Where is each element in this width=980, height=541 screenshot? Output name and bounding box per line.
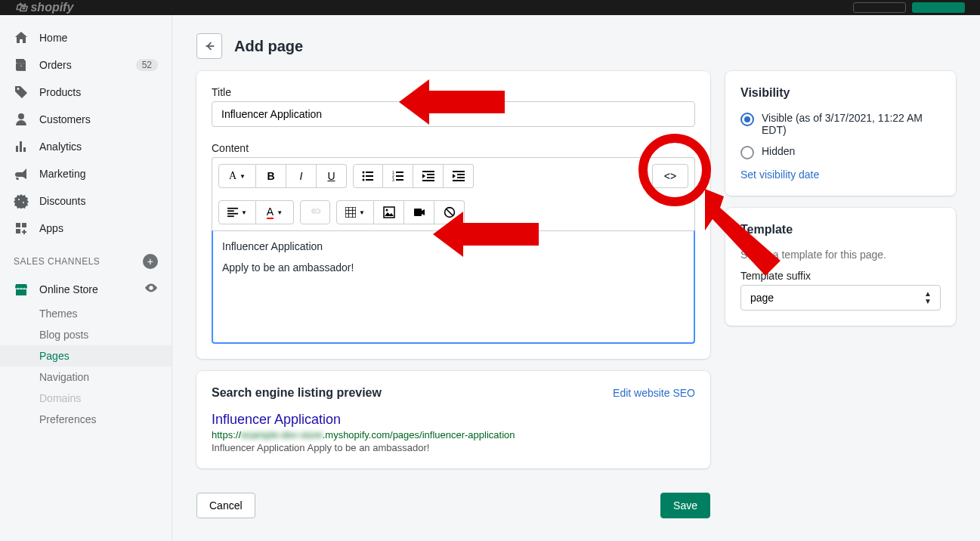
page-title: Add page [234,38,303,55]
video-button[interactable] [404,200,434,224]
svg-point-4 [363,179,365,181]
svg-rect-14 [427,177,434,178]
svg-rect-3 [366,175,373,177]
template-select[interactable]: page [740,285,941,311]
nav-navigation[interactable]: Navigation [0,366,172,388]
clear-format-button[interactable] [434,200,465,224]
edit-seo-link[interactable]: Edit website SEO [613,387,695,399]
analytics-icon [14,139,29,154]
nav-label: Customers [39,113,158,125]
visibility-hidden[interactable]: Hidden [740,145,941,159]
svg-rect-17 [457,174,465,175]
template-suffix-label: Template suffix [740,270,941,282]
svg-rect-21 [227,210,234,212]
page-editor-card: Title Content A▼ B I U 123 [196,71,710,359]
nav-marketing[interactable]: Marketing [0,160,172,187]
sidebar: Home Orders 52 Products Customers Analyt… [0,15,172,541]
svg-rect-15 [422,180,434,181]
nav-label: Home [39,32,158,44]
color-button[interactable]: A▼ [256,200,294,224]
svg-rect-13 [427,174,434,175]
svg-rect-20 [227,208,238,209]
nav-orders[interactable]: Orders 52 [0,51,172,79]
nav-label: Online Store [39,283,134,295]
svg-rect-1 [366,172,373,173]
megaphone-icon [14,166,29,181]
nav-preferences[interactable]: Preferences [0,409,172,430]
bold-button[interactable]: B [256,164,286,188]
content-line: Apply to be an ambassador! [222,261,685,274]
html-button[interactable]: <> [652,164,688,188]
apps-icon [14,221,29,236]
tag-icon [14,85,29,100]
nav-discounts[interactable]: Discounts [0,187,172,215]
content-editor[interactable]: Influencer Application Apply to be an am… [212,230,695,344]
back-button[interactable] [196,33,222,59]
nav-label: Apps [39,222,158,234]
sales-channels-section: SALES CHANNELS + [0,242,172,275]
title-input[interactable] [212,101,695,127]
svg-rect-24 [345,207,356,218]
template-card: Template Select a template for this page… [725,208,956,326]
align-button[interactable]: ▼ [218,200,256,224]
radio-icon [740,146,754,159]
radio-label: Hidden [762,145,795,157]
image-button[interactable] [374,200,404,224]
orders-icon [14,57,29,73]
svg-text:3: 3 [392,178,394,182]
visibility-visible[interactable]: Visible (as of 3/17/2021, 11:22 AM EDT) [740,112,941,136]
nav-themes[interactable]: Themes [0,303,172,324]
template-heading: Template [740,223,941,236]
set-visibility-date-link[interactable]: Set visibility date [740,168,819,181]
radio-icon [740,113,754,126]
svg-rect-7 [396,172,403,173]
nav-label: Products [39,86,158,98]
indent-button[interactable] [444,164,474,188]
nav-domains[interactable]: Domains [0,388,172,409]
nav-label: Marketing [39,168,158,180]
nav-pages[interactable]: Pages [0,345,172,366]
save-button[interactable]: Save [660,493,710,518]
nav-products[interactable]: Products [0,79,172,106]
radio-label: Visible (as of 3/17/2021, 11:22 AM EDT) [762,112,941,136]
number-list-button[interactable]: 123 [383,164,413,188]
seo-preview-desc: Influencer Application Apply to be an am… [212,442,695,453]
nav-label: Analytics [39,141,158,153]
view-store-icon[interactable] [144,281,158,297]
nav-online-store[interactable]: Online Store [0,275,172,303]
nav-customers[interactable]: Customers [0,106,172,133]
topbar: 🛍 shopify [0,0,980,15]
link-button[interactable] [300,200,330,224]
svg-point-30 [385,209,388,212]
italic-button[interactable]: I [286,164,317,188]
svg-rect-16 [453,171,465,172]
home-icon [14,30,29,45]
svg-rect-31 [414,209,422,216]
orders-badge: 52 [136,59,158,71]
nav-label: Discounts [39,195,158,207]
svg-rect-22 [227,213,238,215]
outdent-button[interactable] [413,164,444,188]
template-help: Select a template for this page. [740,249,941,261]
seo-heading: Search engine listing preview [212,386,382,400]
svg-point-0 [363,172,365,174]
nav-label: Orders [39,59,125,71]
bullet-list-button[interactable] [353,164,383,188]
table-button[interactable]: ▼ [336,200,374,224]
topbar-button-outline[interactable] [853,2,906,13]
nav-home[interactable]: Home [0,24,172,51]
seo-card: Search engine listing preview Edit websi… [196,371,710,468]
svg-rect-5 [366,179,373,181]
discount-icon [14,193,29,209]
add-channel-button[interactable]: + [143,254,158,269]
underline-button[interactable]: U [317,164,347,188]
format-button[interactable]: A▼ [218,164,256,188]
cancel-button[interactable]: Cancel [196,493,255,518]
svg-rect-12 [422,171,434,172]
nav-apps[interactable]: Apps [0,215,172,242]
nav-blog-posts[interactable]: Blog posts [0,324,172,345]
store-icon [14,282,29,297]
topbar-button-primary[interactable] [912,2,965,13]
nav-analytics[interactable]: Analytics [0,133,172,160]
svg-rect-23 [227,215,234,217]
